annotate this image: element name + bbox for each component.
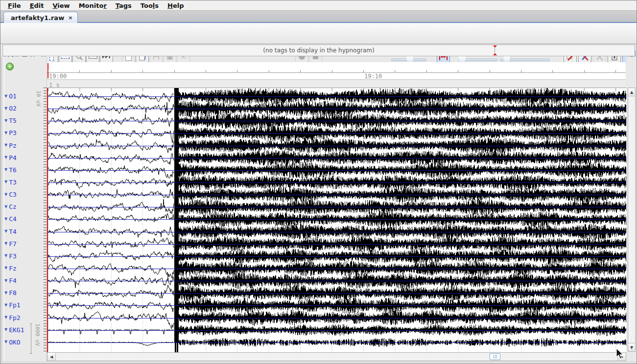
menu-item-monitor[interactable]: Monitor — [74, 2, 111, 9]
channel-row-pz[interactable]: ▼Pz — [4, 142, 17, 149]
channel-label: Cz — [9, 203, 17, 210]
channel-dropdown-icon[interactable]: ▼ — [4, 180, 7, 184]
time-unit-row: 1 s — [47, 79, 626, 88]
time-ruler[interactable]: 19:0019:10 — [47, 62, 626, 79]
time-tick — [363, 70, 364, 72]
horizontal-scrollbar[interactable]: ◀ ▶ — [47, 352, 626, 361]
vertical-scrollbar[interactable]: ▲ ▼ — [628, 88, 636, 352]
channel-row-t4[interactable]: ▼T4 — [4, 228, 17, 235]
channel-row-o1[interactable]: ▼O1 — [4, 92, 17, 100]
channel-row-p4[interactable]: ▼P4 — [4, 154, 17, 161]
channel-label: F8 — [9, 289, 17, 296]
channel-dropdown-icon[interactable]: ▼ — [4, 327, 7, 332]
time-tick — [48, 70, 48, 72]
channel-label: T4 — [9, 228, 17, 235]
channel-dropdown-icon[interactable]: ▼ — [4, 303, 7, 308]
scroll-up-button[interactable]: ▲ — [628, 88, 635, 96]
channel-row-f8[interactable]: ▼F8 — [4, 289, 17, 296]
scroll-down-button[interactable]: ▼ — [628, 343, 635, 351]
menu-item-tags[interactable]: Tags — [111, 2, 136, 9]
marker-bottom-triangle — [493, 53, 497, 55]
time-tick — [206, 70, 206, 72]
time-tick — [584, 70, 585, 72]
channel-label: Fp2 — [9, 314, 20, 321]
channel-dropdown-icon[interactable]: ▼ — [4, 131, 7, 136]
menu-item-help[interactable]: Help — [163, 2, 188, 9]
channel-label: OKO — [9, 339, 20, 346]
signal-plot-area[interactable] — [47, 88, 626, 352]
channel-dropdown-icon[interactable]: ▼ — [4, 192, 7, 197]
channel-dropdown-icon[interactable]: ▼ — [4, 106, 7, 111]
time-tick — [615, 70, 616, 72]
tab-strip: artefakty1.raw × — [0, 11, 637, 23]
channel-dropdown-icon[interactable]: ▼ — [4, 253, 7, 258]
time-tick — [269, 70, 269, 72]
time-tick — [395, 70, 395, 72]
channel-row-fp1[interactable]: ▼Fp1 — [4, 301, 21, 309]
channel-dropdown-icon[interactable]: ▼ — [4, 143, 7, 148]
tab-close-icon[interactable]: × — [68, 15, 72, 21]
time-tick — [79, 70, 80, 72]
channel-label: T5 — [9, 117, 17, 124]
value-ruler-comb — [44, 88, 47, 352]
channel-row-cz[interactable]: ▼Cz — [4, 203, 17, 210]
channel-dropdown-icon[interactable]: ▼ — [4, 241, 7, 246]
channel-row-f7[interactable]: ▼F7 — [4, 240, 17, 248]
hypnogram-message: (no tags to display in the hypnogram) — [263, 47, 374, 54]
horizontal-scroll-thumb[interactable] — [490, 353, 500, 360]
time-tick — [490, 70, 490, 72]
add-tag-button[interactable]: + — [6, 63, 14, 70]
channel-row-c3[interactable]: ▼C3 — [4, 191, 17, 198]
hypnogram-bar[interactable]: (no tags to display in the hypnogram) — [2, 45, 635, 56]
channel-dropdown-icon[interactable]: ▼ — [4, 340, 7, 344]
tab-title: artefakty1.raw — [11, 14, 64, 22]
marker-line — [495, 47, 495, 54]
menu-item-tools[interactable]: Tools — [136, 2, 163, 9]
channel-dropdown-icon[interactable]: ▼ — [4, 278, 7, 283]
marker-top-triangle — [493, 46, 497, 47]
channel-dropdown-icon[interactable]: ▼ — [4, 315, 7, 320]
menu-bar: FileEditViewMonitorTagsToolsHelp — [0, 0, 637, 11]
channel-row-c4[interactable]: ▼C4 — [4, 215, 17, 223]
scale-label-bottom: 1000 uV — [34, 323, 41, 346]
channel-dropdown-icon[interactable]: ▼ — [4, 205, 7, 209]
channel-dropdown-icon[interactable]: ▼ — [4, 155, 7, 160]
channel-row-f4[interactable]: ▼F4 — [4, 277, 17, 284]
channel-label: EKG1 — [9, 326, 24, 334]
channel-dropdown-icon[interactable]: ▼ — [4, 266, 7, 271]
channel-row-fp2[interactable]: ▼Fp2 — [4, 314, 21, 321]
time-tick — [552, 70, 553, 72]
channel-label: C4 — [9, 215, 17, 223]
channel-row-oko[interactable]: ▼OKO — [4, 339, 21, 346]
time-tick — [332, 70, 332, 72]
channel-dropdown-icon[interactable]: ▼ — [4, 217, 7, 222]
channel-row-t3[interactable]: ▼T3 — [4, 179, 17, 186]
eeg-viewer-window: FileEditViewMonitorTagsToolsHelp artefak… — [0, 0, 637, 364]
channel-row-t6[interactable]: ▼T6 — [4, 166, 17, 174]
menu-item-view[interactable]: View — [48, 2, 74, 9]
channel-label: C3 — [9, 191, 17, 198]
eeg-signal-canvas[interactable] — [47, 88, 626, 352]
channel-row-o2[interactable]: ▼O2 — [4, 105, 17, 112]
tab-artefakty1[interactable]: artefakty1.raw × — [3, 12, 78, 23]
channel-dropdown-icon[interactable]: ▼ — [4, 229, 7, 234]
ruler-baseline — [47, 72, 626, 73]
toolbar: FFT — [0, 23, 637, 44]
channel-row-ekg1[interactable]: ▼EKG1 — [4, 326, 24, 334]
channel-label: P4 — [9, 154, 17, 161]
channel-dropdown-icon[interactable]: ▼ — [4, 118, 7, 123]
scroll-left-button[interactable]: ◀ — [47, 353, 56, 361]
channel-row-f3[interactable]: ▼F3 — [4, 252, 17, 260]
channel-dropdown-icon[interactable]: ▼ — [4, 167, 7, 172]
menu-item-file[interactable]: File — [3, 2, 25, 9]
channel-row-t5[interactable]: ▼T5 — [4, 117, 17, 124]
channel-row-p3[interactable]: ▼P3 — [4, 129, 17, 136]
time-tick — [300, 70, 301, 72]
mouse-cursor — [615, 348, 626, 361]
hypnogram-position-marker — [493, 46, 497, 55]
menu-item-edit[interactable]: Edit — [25, 2, 48, 9]
time-tick — [142, 70, 143, 72]
channel-dropdown-icon[interactable]: ▼ — [4, 291, 7, 296]
channel-dropdown-icon[interactable]: ▼ — [4, 94, 7, 99]
channel-row-fz[interactable]: ▼Fz — [4, 265, 17, 272]
